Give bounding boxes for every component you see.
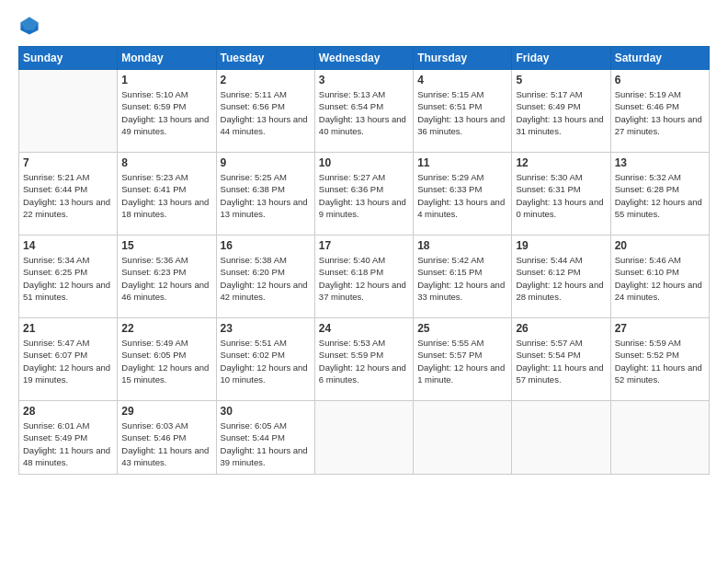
logo bbox=[18, 15, 44, 37]
day-info: Sunrise: 5:21 AM Sunset: 6:44 PM Dayligh… bbox=[23, 171, 113, 220]
calendar-cell: 24 Sunrise: 5:53 AM Sunset: 5:59 PM Dayl… bbox=[314, 318, 413, 401]
day-info: Sunrise: 5:13 AM Sunset: 6:54 PM Dayligh… bbox=[319, 88, 409, 137]
calendar-week-row: 28 Sunrise: 6:01 AM Sunset: 5:49 PM Dayl… bbox=[19, 401, 710, 475]
calendar-cell: 13 Sunrise: 5:32 AM Sunset: 6:28 PM Dayl… bbox=[610, 153, 709, 236]
calendar-cell bbox=[512, 401, 610, 475]
day-number: 26 bbox=[516, 322, 606, 335]
header bbox=[18, 15, 710, 37]
day-number: 7 bbox=[23, 156, 113, 169]
weekday-header-wednesday: Wednesday bbox=[314, 47, 413, 70]
day-number: 10 bbox=[319, 156, 409, 169]
day-number: 15 bbox=[121, 239, 211, 252]
day-number: 13 bbox=[615, 156, 705, 169]
day-info: Sunrise: 5:49 AM Sunset: 6:05 PM Dayligh… bbox=[121, 337, 211, 385]
day-info: Sunrise: 5:32 AM Sunset: 6:28 PM Dayligh… bbox=[615, 171, 705, 220]
day-info: Sunrise: 6:01 AM Sunset: 5:49 PM Dayligh… bbox=[23, 419, 113, 468]
day-number: 28 bbox=[23, 405, 113, 418]
day-info: Sunrise: 5:17 AM Sunset: 6:49 PM Dayligh… bbox=[516, 88, 606, 137]
day-info: Sunrise: 5:29 AM Sunset: 6:33 PM Dayligh… bbox=[417, 171, 507, 220]
day-info: Sunrise: 6:05 AM Sunset: 5:44 PM Dayligh… bbox=[221, 419, 311, 468]
day-info: Sunrise: 5:42 AM Sunset: 6:15 PM Dayligh… bbox=[417, 254, 507, 303]
day-info: Sunrise: 5:30 AM Sunset: 6:31 PM Dayligh… bbox=[516, 171, 606, 220]
logo-icon bbox=[18, 15, 40, 37]
calendar-cell: 17 Sunrise: 5:40 AM Sunset: 6:18 PM Dayl… bbox=[314, 236, 413, 318]
calendar-week-row: 7 Sunrise: 5:21 AM Sunset: 6:44 PM Dayli… bbox=[19, 153, 710, 236]
calendar-cell: 20 Sunrise: 5:46 AM Sunset: 6:10 PM Dayl… bbox=[610, 236, 709, 318]
weekday-header-thursday: Thursday bbox=[414, 47, 512, 70]
day-number: 5 bbox=[516, 74, 606, 86]
day-number: 2 bbox=[221, 74, 311, 86]
day-number: 22 bbox=[121, 322, 211, 335]
calendar-cell bbox=[414, 401, 512, 475]
day-number: 23 bbox=[221, 322, 311, 335]
calendar-cell: 14 Sunrise: 5:34 AM Sunset: 6:25 PM Dayl… bbox=[19, 236, 118, 318]
calendar-cell: 6 Sunrise: 5:19 AM Sunset: 6:46 PM Dayli… bbox=[610, 70, 709, 153]
day-number: 9 bbox=[221, 156, 311, 169]
day-number: 12 bbox=[516, 156, 606, 169]
day-number: 27 bbox=[615, 322, 705, 335]
calendar-cell: 19 Sunrise: 5:44 AM Sunset: 6:12 PM Dayl… bbox=[512, 236, 610, 318]
day-number: 4 bbox=[417, 74, 507, 86]
calendar-cell: 23 Sunrise: 5:51 AM Sunset: 6:02 PM Dayl… bbox=[216, 318, 314, 401]
day-number: 14 bbox=[23, 239, 113, 252]
day-info: Sunrise: 5:27 AM Sunset: 6:36 PM Dayligh… bbox=[319, 171, 409, 220]
day-number: 3 bbox=[319, 74, 409, 86]
day-number: 6 bbox=[615, 74, 705, 86]
day-info: Sunrise: 5:23 AM Sunset: 6:41 PM Dayligh… bbox=[121, 171, 211, 220]
calendar-cell: 3 Sunrise: 5:13 AM Sunset: 6:54 PM Dayli… bbox=[314, 70, 413, 153]
calendar-cell: 26 Sunrise: 5:57 AM Sunset: 5:54 PM Dayl… bbox=[512, 318, 610, 401]
calendar-cell: 10 Sunrise: 5:27 AM Sunset: 6:36 PM Dayl… bbox=[314, 153, 413, 236]
day-info: Sunrise: 5:46 AM Sunset: 6:10 PM Dayligh… bbox=[615, 254, 705, 303]
day-number: 20 bbox=[615, 239, 705, 252]
calendar-week-row: 14 Sunrise: 5:34 AM Sunset: 6:25 PM Dayl… bbox=[19, 236, 710, 318]
weekday-header-sunday: Sunday bbox=[19, 47, 118, 70]
calendar-week-row: 21 Sunrise: 5:47 AM Sunset: 6:07 PM Dayl… bbox=[19, 318, 710, 401]
day-number: 19 bbox=[516, 239, 606, 252]
day-number: 1 bbox=[121, 74, 211, 86]
day-number: 18 bbox=[417, 239, 507, 252]
day-info: Sunrise: 5:40 AM Sunset: 6:18 PM Dayligh… bbox=[319, 254, 409, 303]
day-info: Sunrise: 5:34 AM Sunset: 6:25 PM Dayligh… bbox=[23, 254, 113, 303]
calendar-cell: 5 Sunrise: 5:17 AM Sunset: 6:49 PM Dayli… bbox=[512, 70, 610, 153]
calendar-cell: 18 Sunrise: 5:42 AM Sunset: 6:15 PM Dayl… bbox=[414, 236, 512, 318]
calendar-cell: 15 Sunrise: 5:36 AM Sunset: 6:23 PM Dayl… bbox=[118, 236, 216, 318]
day-info: Sunrise: 5:55 AM Sunset: 5:57 PM Dayligh… bbox=[417, 337, 507, 385]
calendar-cell: 28 Sunrise: 6:01 AM Sunset: 5:49 PM Dayl… bbox=[19, 401, 118, 475]
day-number: 17 bbox=[319, 239, 409, 252]
day-info: Sunrise: 6:03 AM Sunset: 5:46 PM Dayligh… bbox=[121, 419, 211, 468]
day-info: Sunrise: 5:51 AM Sunset: 6:02 PM Dayligh… bbox=[221, 337, 311, 385]
calendar-cell: 27 Sunrise: 5:59 AM Sunset: 5:52 PM Dayl… bbox=[610, 318, 709, 401]
calendar-cell: 22 Sunrise: 5:49 AM Sunset: 6:05 PM Dayl… bbox=[118, 318, 216, 401]
day-info: Sunrise: 5:53 AM Sunset: 5:59 PM Dayligh… bbox=[319, 337, 409, 385]
day-info: Sunrise: 5:57 AM Sunset: 5:54 PM Dayligh… bbox=[516, 337, 606, 385]
weekday-header-monday: Monday bbox=[118, 47, 216, 70]
day-number: 25 bbox=[417, 322, 507, 335]
day-info: Sunrise: 5:47 AM Sunset: 6:07 PM Dayligh… bbox=[23, 337, 113, 385]
calendar-cell: 9 Sunrise: 5:25 AM Sunset: 6:38 PM Dayli… bbox=[216, 153, 314, 236]
calendar-cell: 7 Sunrise: 5:21 AM Sunset: 6:44 PM Dayli… bbox=[19, 153, 118, 236]
calendar-week-row: 1 Sunrise: 5:10 AM Sunset: 6:59 PM Dayli… bbox=[19, 70, 710, 153]
day-number: 29 bbox=[121, 405, 211, 418]
day-number: 11 bbox=[417, 156, 507, 169]
calendar-cell: 4 Sunrise: 5:15 AM Sunset: 6:51 PM Dayli… bbox=[414, 70, 512, 153]
calendar-cell: 12 Sunrise: 5:30 AM Sunset: 6:31 PM Dayl… bbox=[512, 153, 610, 236]
day-info: Sunrise: 5:10 AM Sunset: 6:59 PM Dayligh… bbox=[121, 88, 211, 137]
calendar-cell: 1 Sunrise: 5:10 AM Sunset: 6:59 PM Dayli… bbox=[118, 70, 216, 153]
day-number: 21 bbox=[23, 322, 113, 335]
calendar-cell: 25 Sunrise: 5:55 AM Sunset: 5:57 PM Dayl… bbox=[414, 318, 512, 401]
day-info: Sunrise: 5:36 AM Sunset: 6:23 PM Dayligh… bbox=[121, 254, 211, 303]
calendar-cell: 21 Sunrise: 5:47 AM Sunset: 6:07 PM Dayl… bbox=[19, 318, 118, 401]
day-info: Sunrise: 5:19 AM Sunset: 6:46 PM Dayligh… bbox=[615, 88, 705, 137]
day-info: Sunrise: 5:11 AM Sunset: 6:56 PM Dayligh… bbox=[221, 88, 311, 137]
calendar-cell: 11 Sunrise: 5:29 AM Sunset: 6:33 PM Dayl… bbox=[414, 153, 512, 236]
day-number: 30 bbox=[221, 405, 311, 418]
weekday-header-saturday: Saturday bbox=[610, 47, 709, 70]
calendar-cell bbox=[610, 401, 709, 475]
calendar-cell: 2 Sunrise: 5:11 AM Sunset: 6:56 PM Dayli… bbox=[216, 70, 314, 153]
calendar-cell: 16 Sunrise: 5:38 AM Sunset: 6:20 PM Dayl… bbox=[216, 236, 314, 318]
weekday-header-tuesday: Tuesday bbox=[216, 47, 314, 70]
calendar-table: SundayMondayTuesdayWednesdayThursdayFrid… bbox=[18, 46, 710, 475]
weekday-header-friday: Friday bbox=[512, 47, 610, 70]
day-info: Sunrise: 5:38 AM Sunset: 6:20 PM Dayligh… bbox=[221, 254, 311, 303]
calendar-cell: 8 Sunrise: 5:23 AM Sunset: 6:41 PM Dayli… bbox=[118, 153, 216, 236]
